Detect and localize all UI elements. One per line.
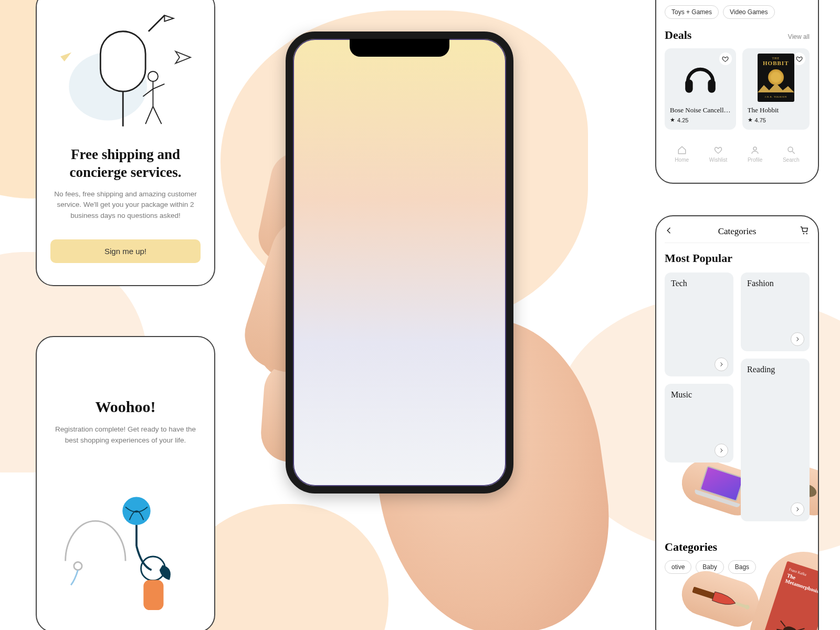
category-card-fashion[interactable]: Fashion [741,272,810,351]
svg-rect-1 [100,32,145,91]
svg-line-29 [779,621,786,626]
rating-value: 4.25 [677,117,688,123]
deal-card-headphones[interactable]: Bose Noise Cancell… ★ 4.25 [665,48,736,130]
chevron-right-icon [718,361,724,368]
svg-line-7 [153,84,164,89]
signup-button[interactable]: Sign me up! [50,239,201,263]
svg-rect-16 [708,79,715,93]
chip-video-games[interactable]: Video Games [723,5,775,19]
back-button[interactable] [665,226,674,237]
most-popular-heading: Most Popular [665,251,810,265]
phone-notch [350,39,449,57]
heart-icon [796,56,803,62]
go-button[interactable] [715,358,728,371]
onboarding-body: No fees, free shipping and amazing custo… [50,189,201,222]
star-icon: ★ [748,117,753,123]
view-all-link[interactable]: View all [788,33,810,40]
tab-home[interactable]: Home [675,145,689,163]
chip-automotive-partial[interactable]: otive [665,560,691,574]
phone-frame [286,32,513,494]
home-deals-screen: Toys + Games Video Games Deals View all … [655,0,819,184]
screen-title: Categories [718,226,757,237]
svg-line-8 [145,107,153,124]
tab-label: Wishlist [709,157,727,163]
chevron-right-icon [794,336,801,342]
go-button[interactable] [791,502,804,516]
search-icon [786,145,796,155]
category-card-tech[interactable]: Tech [665,272,733,376]
go-button[interactable] [715,444,728,457]
category-card-music[interactable]: Music [665,384,733,463]
deal-card-hobbit[interactable]: THE HOBBIT J.R.R. TOLKIEN The Hobbit ★ 4… [742,48,810,130]
svg-point-17 [753,147,757,150]
celebration-illustration [50,478,201,614]
category-label: Tech [671,279,727,288]
arrow-left-icon [665,226,674,235]
tab-search[interactable]: Search [783,145,800,163]
deal-rating: ★ 4.75 [748,117,804,123]
category-label: Music [671,390,727,400]
tab-label: Profile [748,157,762,163]
svg-point-10 [74,562,82,570]
cart-button[interactable] [800,226,810,237]
star-icon: ★ [670,117,675,123]
category-label: Fashion [747,279,803,288]
favorite-button[interactable] [793,52,805,65]
go-button[interactable] [791,332,804,346]
rating-value: 4.75 [755,117,766,123]
onboarding-complete-screen: Woohoo! Registration complete! Get ready… [36,336,215,630]
category-chip-row: Toys + Games Video Games [665,5,810,19]
svg-rect-14 [143,580,163,610]
chevron-right-icon [718,447,724,454]
book-title: HOBBIT [760,60,792,66]
svg-rect-22 [692,586,716,600]
hero-phone-in-hand [242,26,578,625]
chevron-right-icon [794,506,801,512]
woohoo-title: Woohoo! [50,398,201,416]
tab-label: Search [783,157,800,163]
svg-point-20 [803,233,804,234]
chip-toys-games[interactable]: Toys + Games [665,5,719,19]
onboarding-title: Free shipping and concierge services. [50,146,201,182]
category-card-reading[interactable]: Reading Franz Kafka The Metamorphosis Fi… [741,359,810,521]
deals-heading: Deals [665,28,691,42]
favorite-button[interactable] [719,52,732,65]
category-label: Reading [747,365,803,374]
deal-title: Bose Noise Cancell… [670,106,731,114]
heart-icon [713,145,723,155]
svg-rect-15 [685,79,692,93]
svg-line-30 [797,626,805,630]
book-author: J.R.R. TOLKIEN [760,96,792,98]
onboarding-shipping-screen: Free shipping and concierge services. No… [36,0,215,286]
title-line: concierge services. [70,164,182,180]
home-icon [677,145,687,155]
heart-icon [722,56,729,62]
svg-point-18 [788,147,793,152]
tab-label: Home [675,157,689,163]
tab-profile[interactable]: Profile [748,145,762,163]
categories-screen: Categories Most Popular Tech Music [655,215,819,630]
svg-line-3 [149,15,165,32]
bottom-tab-bar: Home Wishlist Profile Search [665,142,810,163]
deal-title: The Hobbit [748,106,804,114]
tab-wishlist[interactable]: Wishlist [709,145,727,163]
chip-bags[interactable]: Bags [728,560,756,574]
cart-icon [800,226,810,235]
woohoo-body: Registration complete! Get ready to have… [50,424,201,446]
svg-line-19 [792,151,795,154]
svg-line-9 [153,107,161,124]
deal-rating: ★ 4.25 [670,117,731,123]
svg-point-4 [148,71,158,81]
categories-heading: Categories [665,540,810,554]
profile-icon [750,145,760,155]
svg-point-21 [806,233,807,234]
title-line: Free shipping and [71,146,180,162]
mailbox-illustration [50,3,201,140]
